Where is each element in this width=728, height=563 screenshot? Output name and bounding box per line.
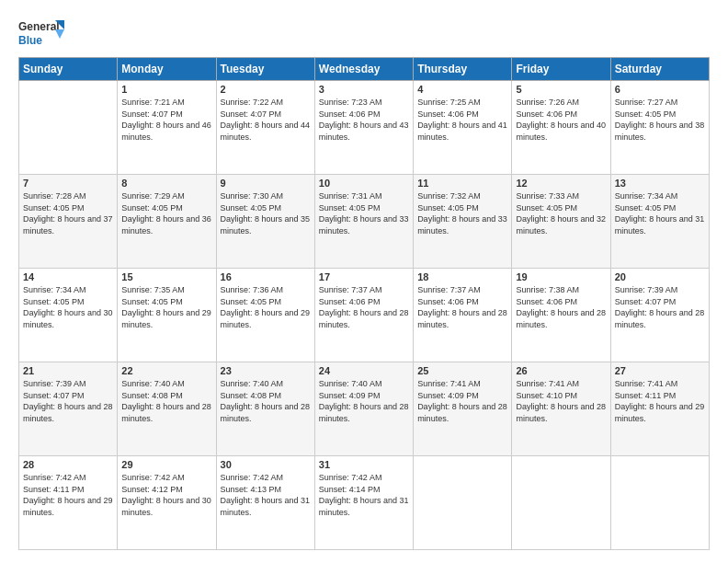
day-number: 12 <box>516 178 606 189</box>
day-info: Sunrise: 7:25 AM Sunset: 4:06 PM Dayligh… <box>417 97 507 143</box>
day-number: 10 <box>319 178 409 189</box>
day-info: Sunrise: 7:39 AM Sunset: 4:07 PM Dayligh… <box>615 284 705 330</box>
day-number: 3 <box>319 84 409 95</box>
day-number: 29 <box>121 459 211 470</box>
day-info: Sunrise: 7:35 AM Sunset: 4:05 PM Dayligh… <box>121 284 211 330</box>
day-number: 8 <box>121 178 211 189</box>
day-info: Sunrise: 7:41 AM Sunset: 4:11 PM Dayligh… <box>615 378 705 424</box>
calendar-cell: 16 Sunrise: 7:36 AM Sunset: 4:05 PM Dayl… <box>216 269 314 362</box>
day-info: Sunrise: 7:39 AM Sunset: 4:07 PM Dayligh… <box>23 378 113 424</box>
day-number: 26 <box>516 365 606 376</box>
day-number: 6 <box>615 84 705 95</box>
day-number: 13 <box>615 178 705 189</box>
weekday-header-friday: Friday <box>512 58 610 81</box>
week-row-0: 1 Sunrise: 7:21 AM Sunset: 4:07 PM Dayli… <box>19 81 710 175</box>
calendar-cell: 6 Sunrise: 7:27 AM Sunset: 4:05 PM Dayli… <box>610 81 709 175</box>
calendar-cell: 24 Sunrise: 7:40 AM Sunset: 4:09 PM Dayl… <box>314 362 413 456</box>
day-number: 5 <box>516 84 606 95</box>
day-info: Sunrise: 7:40 AM Sunset: 4:09 PM Dayligh… <box>319 378 409 424</box>
day-number: 7 <box>23 178 113 189</box>
calendar-cell: 27 Sunrise: 7:41 AM Sunset: 4:11 PM Dayl… <box>610 362 709 456</box>
day-number: 14 <box>23 271 113 282</box>
calendar-cell: 5 Sunrise: 7:26 AM Sunset: 4:06 PM Dayli… <box>512 81 610 175</box>
week-row-4: 28 Sunrise: 7:42 AM Sunset: 4:11 PM Dayl… <box>19 456 710 550</box>
day-number: 1 <box>121 84 211 95</box>
day-info: Sunrise: 7:29 AM Sunset: 4:05 PM Dayligh… <box>121 190 211 236</box>
calendar-cell: 11 Sunrise: 7:32 AM Sunset: 4:05 PM Dayl… <box>414 175 512 269</box>
calendar-cell: 21 Sunrise: 7:39 AM Sunset: 4:07 PM Dayl… <box>19 362 118 456</box>
day-info: Sunrise: 7:41 AM Sunset: 4:09 PM Dayligh… <box>417 378 507 424</box>
day-info: Sunrise: 7:38 AM Sunset: 4:06 PM Dayligh… <box>516 284 606 330</box>
day-info: Sunrise: 7:27 AM Sunset: 4:05 PM Dayligh… <box>615 97 705 143</box>
weekday-header-tuesday: Tuesday <box>216 58 314 81</box>
calendar-cell: 10 Sunrise: 7:31 AM Sunset: 4:05 PM Dayl… <box>314 175 413 269</box>
day-number: 19 <box>516 271 606 282</box>
day-number: 9 <box>221 178 311 189</box>
weekday-header-monday: Monday <box>118 58 216 81</box>
day-number: 24 <box>319 365 409 376</box>
day-number: 23 <box>221 365 311 376</box>
day-info: Sunrise: 7:33 AM Sunset: 4:05 PM Dayligh… <box>516 190 606 236</box>
calendar-cell: 30 Sunrise: 7:42 AM Sunset: 4:13 PM Dayl… <box>216 456 314 550</box>
svg-text:General: General <box>18 20 60 33</box>
calendar-cell: 25 Sunrise: 7:41 AM Sunset: 4:09 PM Dayl… <box>414 362 512 456</box>
day-number: 28 <box>23 459 113 470</box>
weekday-header-wednesday: Wednesday <box>314 58 413 81</box>
day-info: Sunrise: 7:22 AM Sunset: 4:07 PM Dayligh… <box>221 97 311 143</box>
day-number: 11 <box>417 178 507 189</box>
day-info: Sunrise: 7:32 AM Sunset: 4:05 PM Dayligh… <box>417 190 507 236</box>
calendar-cell: 28 Sunrise: 7:42 AM Sunset: 4:11 PM Dayl… <box>19 456 118 550</box>
day-number: 27 <box>615 365 705 376</box>
day-number: 25 <box>417 365 507 376</box>
day-info: Sunrise: 7:42 AM Sunset: 4:12 PM Dayligh… <box>121 472 211 518</box>
calendar-cell: 8 Sunrise: 7:29 AM Sunset: 4:05 PM Dayli… <box>118 175 216 269</box>
weekday-header-saturday: Saturday <box>610 58 709 81</box>
day-number: 30 <box>221 459 311 470</box>
day-info: Sunrise: 7:23 AM Sunset: 4:06 PM Dayligh… <box>319 97 409 143</box>
day-number: 31 <box>319 459 409 470</box>
calendar-cell: 19 Sunrise: 7:38 AM Sunset: 4:06 PM Dayl… <box>512 269 610 362</box>
day-number: 4 <box>417 84 507 95</box>
calendar-table: SundayMondayTuesdayWednesdayThursdayFrid… <box>18 57 710 550</box>
day-number: 21 <box>23 365 113 376</box>
day-info: Sunrise: 7:34 AM Sunset: 4:05 PM Dayligh… <box>615 190 705 236</box>
day-number: 15 <box>121 271 211 282</box>
day-info: Sunrise: 7:37 AM Sunset: 4:06 PM Dayligh… <box>319 284 409 330</box>
calendar-cell: 15 Sunrise: 7:35 AM Sunset: 4:05 PM Dayl… <box>118 269 216 362</box>
day-info: Sunrise: 7:26 AM Sunset: 4:06 PM Dayligh… <box>516 97 606 143</box>
day-info: Sunrise: 7:21 AM Sunset: 4:07 PM Dayligh… <box>121 97 211 143</box>
weekday-header-row: SundayMondayTuesdayWednesdayThursdayFrid… <box>19 58 710 81</box>
calendar-cell <box>19 81 118 175</box>
svg-text:Blue: Blue <box>18 34 42 47</box>
calendar-cell: 12 Sunrise: 7:33 AM Sunset: 4:05 PM Dayl… <box>512 175 610 269</box>
day-info: Sunrise: 7:42 AM Sunset: 4:13 PM Dayligh… <box>221 472 311 518</box>
calendar-cell: 20 Sunrise: 7:39 AM Sunset: 4:07 PM Dayl… <box>610 269 709 362</box>
calendar-cell: 18 Sunrise: 7:37 AM Sunset: 4:06 PM Dayl… <box>414 269 512 362</box>
calendar-cell: 23 Sunrise: 7:40 AM Sunset: 4:08 PM Dayl… <box>216 362 314 456</box>
day-info: Sunrise: 7:37 AM Sunset: 4:06 PM Dayligh… <box>417 284 507 330</box>
day-info: Sunrise: 7:34 AM Sunset: 4:05 PM Dayligh… <box>23 284 113 330</box>
calendar-cell <box>414 456 512 550</box>
day-number: 20 <box>615 271 705 282</box>
day-info: Sunrise: 7:28 AM Sunset: 4:05 PM Dayligh… <box>23 190 113 236</box>
calendar-cell: 22 Sunrise: 7:40 AM Sunset: 4:08 PM Dayl… <box>118 362 216 456</box>
weekday-header-sunday: Sunday <box>19 58 118 81</box>
day-number: 2 <box>221 84 311 95</box>
day-info: Sunrise: 7:31 AM Sunset: 4:05 PM Dayligh… <box>319 190 409 236</box>
day-info: Sunrise: 7:30 AM Sunset: 4:05 PM Dayligh… <box>221 190 311 236</box>
week-row-3: 21 Sunrise: 7:39 AM Sunset: 4:07 PM Dayl… <box>19 362 710 456</box>
calendar-cell <box>512 456 610 550</box>
calendar-page: General Blue SundayMondayTuesdayWednesda… <box>0 0 728 563</box>
logo: General Blue <box>18 17 64 50</box>
svg-marker-3 <box>55 29 64 39</box>
header: General Blue <box>18 17 710 50</box>
calendar-cell: 4 Sunrise: 7:25 AM Sunset: 4:06 PM Dayli… <box>414 81 512 175</box>
calendar-cell: 29 Sunrise: 7:42 AM Sunset: 4:12 PM Dayl… <box>118 456 216 550</box>
day-number: 18 <box>417 271 507 282</box>
day-info: Sunrise: 7:41 AM Sunset: 4:10 PM Dayligh… <box>516 378 606 424</box>
calendar-cell: 26 Sunrise: 7:41 AM Sunset: 4:10 PM Dayl… <box>512 362 610 456</box>
calendar-cell: 9 Sunrise: 7:30 AM Sunset: 4:05 PM Dayli… <box>216 175 314 269</box>
day-info: Sunrise: 7:40 AM Sunset: 4:08 PM Dayligh… <box>121 378 211 424</box>
calendar-cell: 3 Sunrise: 7:23 AM Sunset: 4:06 PM Dayli… <box>314 81 413 175</box>
day-info: Sunrise: 7:42 AM Sunset: 4:11 PM Dayligh… <box>23 472 113 518</box>
